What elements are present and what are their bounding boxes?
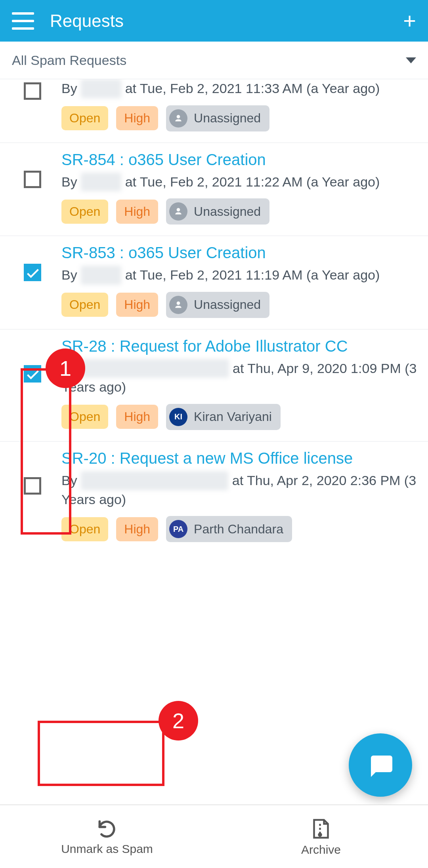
item-title[interactable]: SR-853 : o365 User Creation [61,244,420,262]
checkbox[interactable] [24,477,41,495]
filter-label: All Spam Requests [12,53,126,68]
person-icon [169,296,187,314]
badges: Open High PA Parth Chandara [61,516,420,542]
assignee-chip[interactable]: Unassigned [166,105,269,131]
priority-badge: High [116,106,158,130]
badges: Open High KI Kiran Variyani [61,404,420,430]
list-item[interactable]: By Ashish at Tue, Feb 2, 2021 11:33 AM (… [0,79,428,143]
assignee-chip[interactable]: KI Kiran Variyani [166,404,281,430]
bottom-bar: Unmark as Spam Archive [0,805,428,868]
chevron-down-icon [406,57,416,63]
priority-badge: High [116,517,158,541]
unmark-label: Unmark as Spam [61,842,153,856]
svg-point-0 [319,834,321,836]
add-icon[interactable]: + [403,10,416,32]
checkbox[interactable] [24,365,41,383]
badges: Open High Unassigned [61,105,420,131]
status-badge: Open [61,200,108,224]
archive-icon [309,817,333,841]
assignee-name: Unassigned [194,297,261,312]
item-title[interactable]: SR-854 : o365 User Creation [61,151,420,169]
archive-button[interactable]: Archive [214,805,428,868]
person-icon [169,202,187,221]
assignee-chip[interactable]: PA Parth Chandara [166,516,292,542]
avatar-initials: PA [169,520,187,538]
assignee-name: Parth Chandara [194,522,283,537]
item-title[interactable]: SR-20 : Request a new MS Office license [61,449,420,467]
list-item[interactable]: SR-854 : o365 User Creation By Ashish at… [0,143,428,236]
status-badge: Open [61,106,108,130]
menu-icon[interactable] [12,12,34,30]
list-item[interactable]: SR-853 : o365 User Creation By Ashish at… [0,236,428,329]
list-item[interactable]: SR-28 : Request for Adobe Illustrator CC… [0,329,428,442]
status-badge: Open [61,517,108,541]
filter-dropdown[interactable]: All Spam Requests [0,42,428,79]
assignee-chip[interactable]: Unassigned [166,198,269,225]
person-icon [169,109,187,128]
checkbox[interactable] [24,171,41,188]
checkbox[interactable] [24,82,41,100]
app-root: Requests + All Spam Requests By Ashish a… [0,0,428,868]
request-list[interactable]: By Ashish at Tue, Feb 2, 2021 11:33 AM (… [0,79,428,805]
assignee-chip[interactable]: Unassigned [166,292,269,318]
assignee-name: Unassigned [194,111,261,126]
assignee-name: Unassigned [194,204,261,219]
status-badge: Open [61,293,108,317]
chat-icon [366,751,395,779]
app-header: Requests + [0,0,428,42]
chat-fab[interactable] [349,733,412,797]
badges: Open High Unassigned [61,198,420,225]
item-meta: By Ashish at Tue, Feb 2, 2021 11:33 AM (… [61,79,420,98]
checkbox[interactable] [24,264,41,281]
badges: Open High Unassigned [61,292,420,318]
status-badge: Open [61,405,108,429]
assignee-name: Kiran Variyani [194,409,272,424]
unmark-spam-button[interactable]: Unmark as Spam [0,805,214,868]
item-meta: By Omkar Kelkar (Archived) at Thu, Apr 2… [61,471,420,509]
list-item[interactable]: SR-20 : Request a new MS Office license … [0,442,428,553]
priority-badge: High [116,405,158,429]
archive-label: Archive [301,843,341,857]
item-meta: By Ashish at Tue, Feb 2, 2021 11:19 AM (… [61,266,420,285]
avatar-initials: KI [169,408,187,426]
undo-icon [95,818,119,840]
item-meta: By Ashish at Tue, Feb 2, 2021 11:22 AM (… [61,173,420,192]
item-title[interactable]: SR-28 : Request for Adobe Illustrator CC [61,337,420,355]
page-title: Requests [50,11,403,31]
priority-badge: High [116,200,158,224]
item-meta: By Kiran Variyani (Archived) at Thu, Apr… [61,359,420,397]
priority-badge: High [116,293,158,317]
